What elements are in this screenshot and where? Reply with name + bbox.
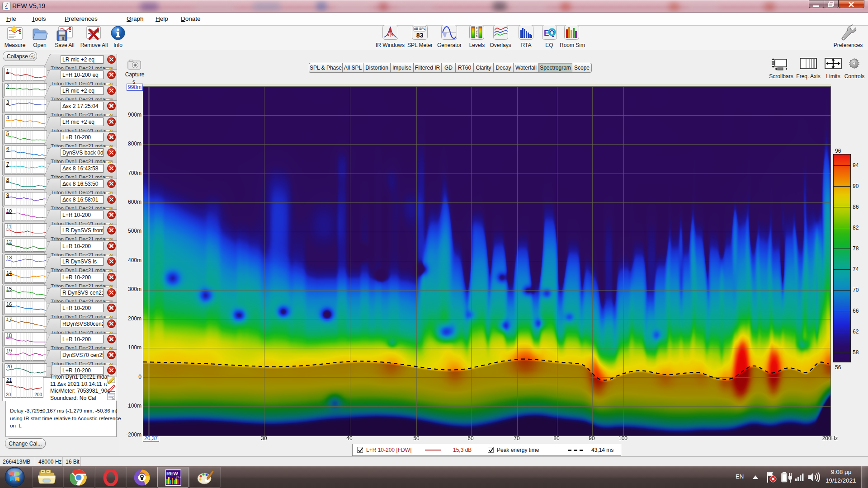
svg-text:V5.1: V5.1 <box>176 475 181 478</box>
svg-text:83: 83 <box>416 32 424 39</box>
svg-text:dB SPL: dB SPL <box>414 27 425 31</box>
